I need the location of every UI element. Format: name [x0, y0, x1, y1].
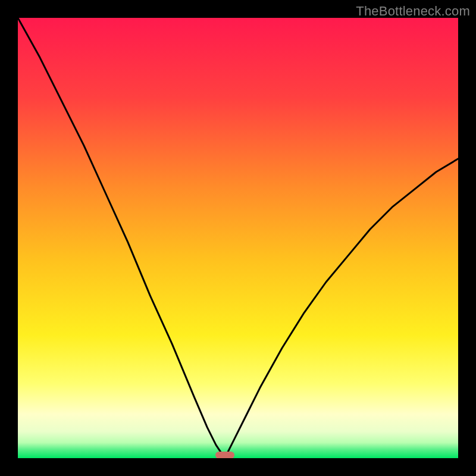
optimum-marker — [215, 452, 234, 458]
watermark-label: TheBottleneck.com — [356, 4, 470, 19]
chart-svg — [18, 18, 458, 458]
chart-frame: TheBottleneck.com — [0, 0, 476, 476]
heat-gradient-bg — [18, 18, 458, 458]
plot-area — [18, 18, 458, 458]
